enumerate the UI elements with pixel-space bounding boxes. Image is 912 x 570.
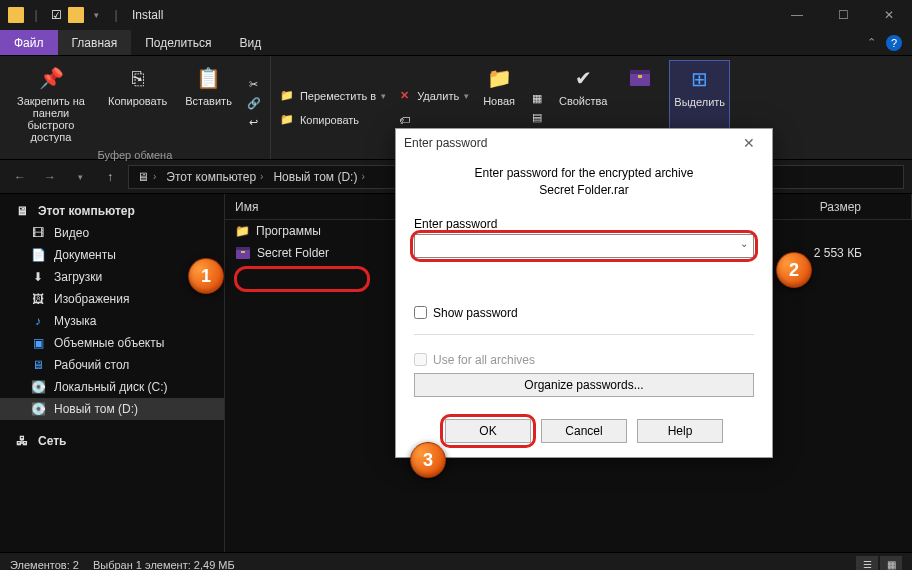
svg-rect-5 [241,251,245,253]
statusbar: Элементов: 2 Выбран 1 элемент: 2,49 МБ ☰… [0,552,912,570]
show-password-checkbox[interactable]: Show password [414,306,754,320]
annotation-marker-2: 2 [776,252,812,288]
close-button-dialog[interactable]: ✕ [734,135,764,151]
shortcut-icon: ↩ [246,115,262,131]
newfolder-icon: 📁 [484,64,514,92]
use-all-checkbox: Use for all archives [414,353,754,367]
props-label: Свойства [559,95,607,107]
music-icon: ♪ [30,313,46,329]
ribbon-collapse-icon[interactable]: ⌃ [867,36,876,49]
forward-button[interactable]: → [38,165,62,189]
select-icon: ⊞ [685,65,715,93]
qat-dropdown[interactable]: ▾ [88,7,104,23]
qat-divider-2: | [108,7,124,23]
show-password-input[interactable] [414,306,427,319]
delete-button[interactable]: ✕Удалить▾ [396,88,469,104]
pin-button[interactable]: 📌 Закрепить на панели быстрого доступа [8,60,94,147]
pin-label: Закрепить на панели быстрого доступа [12,95,90,143]
view-switcher: ☰ ▦ [856,556,902,571]
paste-label: Вставить [185,95,232,107]
easyaccess-icon: ▤ [529,109,545,125]
close-button-window[interactable]: ✕ [866,0,912,30]
tab-share[interactable]: Поделиться [131,30,225,55]
sidebar: 🖥Этот компьютер 🎞Видео 📄Документы ⬇Загру… [0,194,225,552]
view-details[interactable]: ☰ [856,556,878,571]
window-controls: — ☐ ✕ [774,0,912,30]
tab-file[interactable]: Файл [0,30,58,55]
annotation-marker-1: 1 [188,258,224,294]
moveto-label: Переместить в [300,90,376,102]
breadcrumb-root[interactable]: 🖥› [133,170,160,184]
easyaccess-item[interactable]: ▤ [529,109,545,125]
rename-button[interactable]: 🏷 [396,112,469,128]
minimize-button[interactable]: — [774,0,820,30]
check-icon[interactable]: ☑ [48,7,64,23]
pc-icon-2: 🖥 [14,203,30,219]
window-title: Install [132,8,163,22]
svg-rect-2 [638,75,642,78]
pc-icon: 🖥 [137,170,149,184]
props-icon: ✔ [568,64,598,92]
folder-icon-row: 📁 [235,224,250,238]
annotation-marker-3: 3 [410,442,446,478]
chevron-down-icon-pw[interactable]: ⌄ [740,238,748,249]
dialog-divider [414,334,754,335]
breadcrumb-thispc[interactable]: Этот компьютер› [162,170,267,184]
delete-label: Удалить [417,90,459,102]
path-icon: 🔗 [246,96,262,112]
view-icons[interactable]: ▦ [880,556,902,571]
disk-icon: 💽 [30,379,46,395]
sidebar-localdisk[interactable]: 💽Локальный диск (C:) [0,376,224,398]
help-button[interactable]: Help [637,419,723,443]
breadcrumb-drive[interactable]: Новый том (D:)› [269,170,368,184]
new-label: Новая [483,95,515,107]
pasteshortcut-item[interactable]: ↩ [246,115,262,131]
copy-button[interactable]: ⎘ Копировать [104,60,171,147]
svg-rect-4 [236,247,250,250]
archive-icon [625,64,655,92]
cut-item[interactable]: ✂ [246,77,262,93]
paste-icon: 📋 [194,64,224,92]
desktop-icon: 🖥 [30,357,46,373]
copy-label: Копировать [108,95,167,107]
sidebar-network[interactable]: 🖧Сеть [0,430,224,452]
chevron-down-icon: ▾ [381,91,386,101]
svg-rect-0 [630,72,650,86]
tab-main[interactable]: Главная [58,30,132,55]
documents-icon: 📄 [30,247,46,263]
back-button[interactable]: ← [8,165,32,189]
cancel-button[interactable]: Cancel [541,419,627,443]
sidebar-videos[interactable]: 🎞Видео [0,222,224,244]
ok-button[interactable]: OK [445,419,531,443]
organize-passwords-button[interactable]: Organize passwords... [414,373,754,397]
sidebar-music[interactable]: ♪Музыка [0,310,224,332]
moveto-button[interactable]: 📁Переместить в▾ [279,88,386,104]
sidebar-newvol[interactable]: 💽Новый том (D:) [0,398,224,420]
sidebar-documents[interactable]: 📄Документы [0,244,224,266]
copyto-icon: 📁 [279,112,295,128]
video-icon: 🎞 [30,225,46,241]
downloads-icon: ⬇ [30,269,46,285]
copyto-button[interactable]: 📁Копировать [279,112,386,128]
maximize-button[interactable]: ☐ [820,0,866,30]
sidebar-pictures[interactable]: 🖼Изображения [0,288,224,310]
sidebar-thispc[interactable]: 🖥Этот компьютер [0,200,224,222]
help-icon[interactable]: ? [886,35,902,51]
copyto-label: Копировать [300,114,359,126]
dialog-titlebar: Enter password ✕ [396,129,772,157]
up-button[interactable]: ↑ [98,165,122,189]
file-name: Программы [256,224,321,238]
recent-dropdown[interactable]: ▾ [68,165,92,189]
pin-icon: 📌 [36,64,66,92]
cut-icon: ✂ [246,77,262,93]
paste-button[interactable]: 📋 Вставить [181,60,236,147]
sidebar-desktop[interactable]: 🖥Рабочий стол [0,354,224,376]
tab-view[interactable]: Вид [225,30,275,55]
clipboard-label: Буфер обмена [98,149,173,161]
copypath-item[interactable]: 🔗 [246,96,262,112]
newitem-item[interactable]: ▦ [529,90,545,106]
svg-rect-1 [630,70,650,74]
disk-icon-2: 💽 [30,401,46,417]
password-input[interactable]: ⌄ [414,234,754,258]
sidebar-3d[interactable]: ▣Объемные объекты [0,332,224,354]
